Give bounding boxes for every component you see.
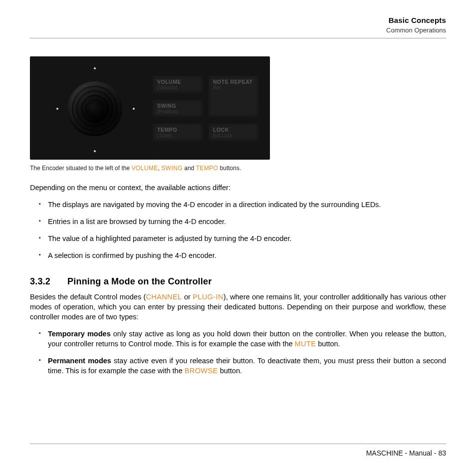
note-repeat-sub: Arp	[213, 85, 254, 90]
caption-tempo: TEMPO	[196, 165, 219, 172]
tempo-button: TEMPO (Tune)	[153, 124, 202, 140]
figure-area: VOLUME (Velocity) SWING (Position) TEMPO…	[30, 56, 446, 172]
footer-page: 83	[438, 449, 446, 457]
led-left-icon	[56, 108, 58, 110]
volume-button: VOLUME (Velocity)	[153, 76, 202, 92]
list-item: Permanent modes stay active even if you …	[41, 356, 446, 376]
footer-doc: Manual	[409, 449, 432, 457]
footer-product: MASCHINE	[366, 449, 403, 457]
permanent-modes-lead: Permanent modes	[48, 357, 111, 365]
encoder-knob	[67, 81, 122, 136]
header-title: Basic Concepts	[30, 16, 446, 24]
list-item: Temporary modes only stay active as long…	[41, 329, 446, 349]
footer-text: MASCHINE - Manual - 83	[30, 449, 446, 457]
swing-label: SWING	[157, 103, 198, 109]
bullet-list-1: The displays are navigated by moving the…	[41, 200, 446, 260]
swing-button: SWING (Position)	[153, 100, 202, 116]
caption-swing: SWING	[161, 165, 183, 172]
temporary-modes-lead: Temporary modes	[48, 330, 111, 338]
bullet-list-2: Temporary modes only stay active as long…	[41, 329, 446, 376]
figure-caption: The Encoder situated to the left of the …	[30, 165, 446, 172]
encoder-figure: VOLUME (Velocity) SWING (Position) TEMPO…	[30, 56, 270, 160]
list-item: Entries in a list are browsed by turning…	[41, 217, 446, 227]
header-subtitle: Common Operations	[30, 26, 446, 34]
browse-ref: BROWSE	[185, 367, 218, 375]
intro-paragraph: Depending on the menu or context, the av…	[30, 183, 446, 193]
volume-sub: (Velocity)	[157, 85, 198, 90]
list-item: The value of a highlighted parameter is …	[41, 234, 446, 243]
led-right-icon	[133, 108, 135, 110]
section-number: 3.3.2	[30, 276, 50, 287]
page-header: Basic Concepts Common Operations	[30, 16, 446, 34]
note-repeat-button: NOTE REPEAT Arp	[209, 76, 258, 116]
page-footer: MASCHINE - Manual - 83	[30, 444, 446, 457]
lock-sub: Ext Lock	[213, 133, 254, 138]
tempo-label: TEMPO	[157, 127, 198, 133]
caption-text: The Encoder situated to the left of the	[30, 165, 131, 172]
led-down-icon	[94, 150, 96, 152]
lock-button: LOCK Ext Lock	[209, 124, 258, 140]
mute-ref: MUTE	[295, 340, 316, 348]
led-up-icon	[94, 67, 96, 69]
footer-rule	[30, 444, 446, 444]
volume-label: VOLUME	[157, 79, 198, 85]
swing-sub: (Position)	[157, 109, 198, 114]
page: Basic Concepts Common Operations VOLUME …	[0, 0, 476, 476]
channel-ref: CHANNEL	[146, 293, 182, 301]
section-paragraph: Besides the default Control modes (CHANN…	[30, 292, 446, 322]
header-rule	[30, 38, 446, 38]
note-repeat-label: NOTE REPEAT	[213, 79, 254, 85]
lock-label: LOCK	[213, 127, 254, 133]
list-item: A selection is confirmed by pushing the …	[41, 250, 446, 260]
caption-volume: VOLUME	[131, 165, 158, 172]
list-item: The displays are navigated by moving the…	[41, 200, 446, 210]
section-title: Pinning a Mode on the Controller	[67, 276, 212, 287]
plugin-ref: PLUG-IN	[193, 293, 224, 301]
tempo-sub: (Tune)	[157, 133, 198, 138]
section-heading: 3.3.2 Pinning a Mode on the Controller	[30, 276, 446, 287]
